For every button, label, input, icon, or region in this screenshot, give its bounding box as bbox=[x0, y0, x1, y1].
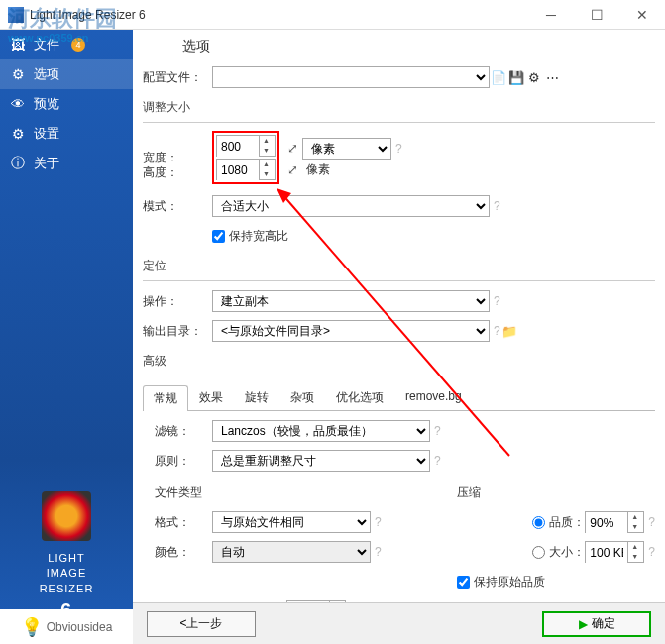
sidebar-item-label: 设置 bbox=[34, 125, 59, 143]
color-label: 颜色： bbox=[143, 544, 212, 561]
format-select[interactable]: 与原始文件相同 bbox=[212, 511, 371, 533]
footer-brand[interactable]: 💡 Obviousidea bbox=[0, 609, 133, 644]
height-spinner[interactable]: ▲▼ bbox=[216, 159, 276, 180]
help-icon[interactable]: ? bbox=[375, 545, 382, 559]
help-icon[interactable]: ? bbox=[648, 545, 655, 559]
outdir-label: 输出目录： bbox=[143, 323, 212, 340]
mode-select[interactable]: 合适大小 bbox=[212, 195, 490, 217]
advanced-tabs: 常规 效果 旋转 杂项 优化选项 remove.bg bbox=[143, 384, 655, 411]
back-button[interactable]: <上一步 bbox=[147, 611, 256, 637]
help-icon[interactable]: ? bbox=[375, 515, 382, 529]
info-icon: ⓘ bbox=[10, 155, 26, 172]
bottom-bar: <上一步 ▶确定 bbox=[133, 602, 665, 644]
height-input[interactable] bbox=[217, 160, 259, 181]
folder-icon[interactable]: 📁 bbox=[500, 322, 518, 340]
sliders-icon: ⚙ bbox=[10, 66, 26, 82]
filter-label: 滤镜： bbox=[143, 423, 212, 440]
rule-label: 原则： bbox=[143, 453, 212, 470]
keep-ratio-checkbox[interactable]: 保持宽高比 bbox=[212, 228, 288, 245]
help-icon[interactable]: ? bbox=[434, 454, 441, 468]
profile-label: 配置文件： bbox=[143, 69, 212, 86]
gear-icon: ⚙ bbox=[10, 126, 26, 142]
help-icon[interactable]: ? bbox=[494, 199, 500, 213]
quality-spinner[interactable]: ▲▼ bbox=[585, 511, 644, 533]
swap-icon[interactable]: ⤢ bbox=[287, 141, 298, 156]
page-title: 选项 bbox=[143, 38, 655, 55]
tab-misc[interactable]: 杂项 bbox=[279, 384, 325, 410]
window-title: Light Image Resizer 6 bbox=[30, 8, 528, 22]
profile-more-icon[interactable]: ⋯ bbox=[543, 68, 561, 86]
size-spinner[interactable]: ▲▼ bbox=[585, 541, 644, 563]
sidebar-item-label: 文件 bbox=[34, 36, 59, 54]
bulb-icon: 💡 bbox=[21, 616, 43, 638]
size-radio[interactable]: 大小： bbox=[532, 544, 585, 561]
close-button[interactable]: ✕ bbox=[619, 0, 665, 30]
width-spinner[interactable]: ▲▼ bbox=[216, 135, 276, 157]
height-label: 高度： bbox=[143, 164, 212, 181]
filetype-title: 文件类型 bbox=[143, 484, 212, 501]
resize-section-title: 调整大小 bbox=[143, 99, 655, 116]
tab-optimize[interactable]: 优化选项 bbox=[325, 384, 394, 410]
tab-rotate[interactable]: 旋转 bbox=[234, 384, 279, 410]
profile-manage-icon[interactable]: ⚙ bbox=[525, 68, 543, 86]
eye-icon: 👁 bbox=[10, 96, 26, 112]
keep-original-checkbox[interactable]: 保持原始品质 bbox=[457, 574, 655, 590]
help-icon[interactable]: ? bbox=[648, 515, 655, 529]
sidebar-item-label: 预览 bbox=[34, 95, 59, 113]
content-panel: 选项 配置文件： 📄 💾 ⚙ ⋯ 调整大小 宽度： ▲▼ ▲▼ bbox=[133, 30, 665, 644]
files-count-badge: 4 bbox=[71, 38, 85, 52]
action-select[interactable]: 建立副本 bbox=[212, 290, 490, 312]
files-icon: 🖼 bbox=[10, 37, 26, 53]
sidebar-item-settings[interactable]: ⚙ 设置 bbox=[0, 119, 133, 149]
profile-select[interactable] bbox=[212, 66, 490, 88]
tab-removebg[interactable]: remove.bg bbox=[394, 384, 473, 410]
width-input[interactable] bbox=[217, 136, 259, 158]
sidebar: 🖼 文件 4 ⚙ 选项 👁 预览 ⚙ 设置 ⓘ 关于 LIGHT IMAGE R… bbox=[0, 30, 133, 644]
app-icon bbox=[8, 7, 24, 23]
quality-radio[interactable]: 品质： bbox=[532, 514, 585, 531]
rule-select[interactable]: 总是重新调整尺寸 bbox=[212, 450, 430, 472]
titlebar: Light Image Resizer 6 ─ ☐ ✕ bbox=[0, 0, 665, 30]
format-label: 格式： bbox=[143, 514, 212, 531]
dimensions-highlight: ▲▼ ▲▼ bbox=[212, 131, 279, 184]
help-icon[interactable]: ? bbox=[395, 142, 402, 156]
advanced-section-title: 高级 bbox=[143, 353, 655, 370]
sidebar-item-about[interactable]: ⓘ 关于 bbox=[0, 149, 133, 178]
filter-select[interactable]: Lanczos（较慢，品质最佳） bbox=[212, 420, 430, 442]
tab-effects[interactable]: 效果 bbox=[188, 384, 234, 410]
tab-general[interactable]: 常规 bbox=[143, 385, 188, 411]
help-icon[interactable]: ? bbox=[494, 294, 500, 308]
help-icon[interactable]: ? bbox=[434, 424, 441, 438]
sidebar-item-preview[interactable]: 👁 预览 bbox=[0, 89, 133, 119]
sidebar-item-label: 选项 bbox=[34, 65, 59, 83]
logo-image bbox=[42, 491, 91, 541]
help-icon[interactable]: ? bbox=[494, 324, 500, 338]
action-label: 操作： bbox=[143, 293, 212, 310]
height-unit-label: 像素 bbox=[302, 161, 391, 178]
play-icon: ▶ bbox=[579, 617, 588, 631]
position-section-title: 定位 bbox=[143, 258, 655, 274]
compress-title: 压缩 bbox=[457, 484, 655, 501]
profile-add-icon[interactable]: 📄 bbox=[490, 68, 507, 86]
outdir-select[interactable]: <与原始文件同目录> bbox=[212, 320, 490, 342]
minimize-button[interactable]: ─ bbox=[528, 0, 574, 30]
profile-save-icon[interactable]: 💾 bbox=[507, 68, 525, 86]
width-unit-select[interactable]: 像素 bbox=[302, 138, 391, 160]
sidebar-item-files[interactable]: 🖼 文件 4 bbox=[0, 30, 133, 59]
color-select[interactable]: 自动 bbox=[212, 541, 371, 563]
mode-label: 模式： bbox=[143, 198, 212, 215]
sidebar-item-options[interactable]: ⚙ 选项 bbox=[0, 59, 133, 89]
sidebar-item-label: 关于 bbox=[34, 155, 59, 172]
maximize-button[interactable]: ☐ bbox=[574, 0, 619, 30]
swap-icon[interactable]: ⤢ bbox=[287, 162, 298, 177]
ok-button[interactable]: ▶确定 bbox=[542, 611, 651, 637]
